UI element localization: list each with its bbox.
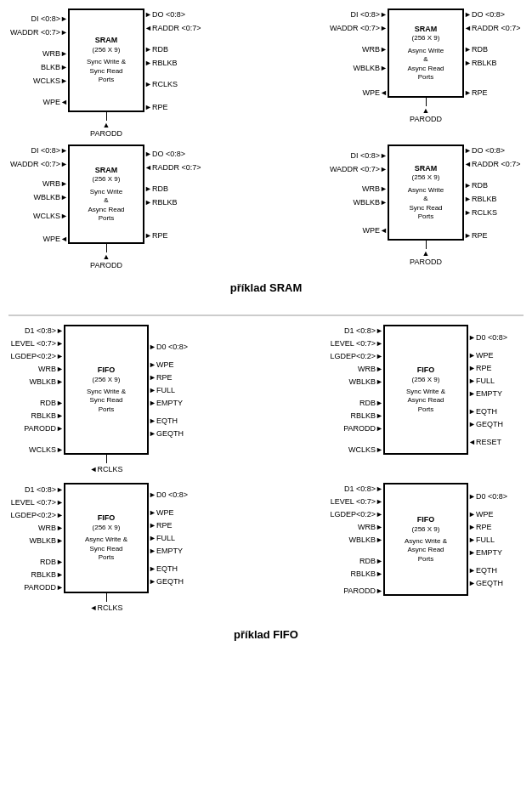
pin-waddr-bl: WADDR <0:7>► bbox=[8, 158, 68, 169]
sram-tr-outputs: ►DO <0:8> ◄RADDR <0:7> ►RDB ►RBLKB ►RPE bbox=[464, 8, 524, 98]
fifo-tl-inputs: D1 <0:8>► LEVEL <0:7>► LGDEP<0:2>► WRB► … bbox=[8, 325, 64, 455]
fifo-br-outputs: ►D0 <0:8> ►WPE ►RPE ►FULL ►EMPTY ►EQTH ►… bbox=[468, 483, 524, 596]
fifo-bl-size: (256 X 9) bbox=[93, 524, 121, 532]
fifo-tr-outputs: ►D0 <0:8> ►WPE ►RPE ►FULL ►EMPTY ►EQTH ►… bbox=[468, 325, 524, 455]
fifo-tl-ports: Sync Write &Sync ReadPorts bbox=[87, 388, 126, 414]
sram-tl-box: SRAM (256 X 9) Sync Write &Sync ReadPort… bbox=[68, 8, 144, 112]
pin-parodd-fbr: PARODD► bbox=[328, 585, 383, 596]
pin-waddr-br: WADDR <0:7>► bbox=[328, 163, 388, 174]
fifo-title-row: příklad FIFO bbox=[8, 621, 524, 649]
fifo-tr-block: D1 <0:8>► LEVEL <0:7>► LGDEP<0:2>► WRB► … bbox=[328, 325, 524, 455]
pin-lgdep-fbr: LGDEP<0:2>► bbox=[328, 508, 383, 519]
pin-wblkb-ftr: WBLKB► bbox=[328, 376, 383, 387]
pin-di-br: DI <0:8>► bbox=[328, 150, 388, 161]
pin-eqth-fbl: ►EQTH bbox=[149, 564, 204, 575]
fifo-section-title: příklad FIFO bbox=[234, 628, 298, 641]
fifo-tl-box: FIFO (256 X 9) Sync Write &Sync ReadPort… bbox=[64, 325, 149, 455]
fifo-bottom-row: D1 <0:8>► LEVEL <0:7>► LGDEP<0:2>► WRB► … bbox=[8, 483, 524, 613]
sram-br-inputs: DI <0:8>► WADDR <0:7>► WRB► WBLKB► WPE◄ bbox=[328, 144, 388, 241]
pin-wclks: WCLKS► bbox=[8, 76, 68, 87]
pin-do-tr: ►DO <0:8> bbox=[464, 8, 524, 20]
sram-bl-title: SRAM bbox=[95, 166, 118, 176]
pin-eqth-fbr: ►EQTH bbox=[468, 564, 524, 575]
pin-rdb-fbl: RDB► bbox=[8, 556, 64, 567]
sram-br-ports: Async Write&Sync ReadPorts bbox=[408, 186, 444, 222]
pin-wrb-fbl: WRB► bbox=[8, 522, 64, 533]
pin-level-fbl: LEVEL <0:7>► bbox=[8, 496, 64, 507]
pin-wpe-br: WPE◄ bbox=[328, 224, 388, 235]
pin-d1-ftr: D1 <0:8>► bbox=[328, 325, 383, 336]
fifo-tl-outputs: ►D0 <0:8> ►WPE ►RPE ►FULL ►EMPTY ►EQTH ►… bbox=[149, 325, 204, 455]
fifo-bl-inputs: D1 <0:8>► LEVEL <0:7>► LGDEP<0:2>► WRB► … bbox=[8, 483, 64, 593]
pin-di-tr: DI <0:8>► bbox=[328, 8, 388, 20]
pin-wpe: WPE◄ bbox=[8, 97, 68, 108]
sram-tl-title: SRAM bbox=[95, 36, 118, 46]
sram-tr-inputs: DI <0:8>► WADDR <0:7>► WRB► WBLKB► WPE◄ bbox=[328, 8, 388, 98]
fifo-tl-size: (256 X 9) bbox=[93, 376, 121, 384]
fifo-br-inputs: D1 <0:8>► LEVEL <0:7>► LGDEP<0:2>► WRB► … bbox=[328, 483, 383, 596]
pin-rblkb-tr: ►RBLKB bbox=[464, 57, 524, 68]
pin-rblkb-bl: ►RBLKB bbox=[144, 196, 204, 207]
pin-raddr: ◄RADDR <0:7> bbox=[144, 22, 204, 33]
sram-br-outputs: ►DO <0:8> ◄RADDR <0:7> ►RDB ►RBLKB ►RCLK… bbox=[464, 144, 524, 241]
pin-raddr-tr: ◄RADDR <0:7> bbox=[464, 22, 524, 33]
pin-full-fbl: ►FULL bbox=[149, 533, 204, 544]
sram-br-block: DI <0:8>► WADDR <0:7>► WRB► WBLKB► WPE◄ … bbox=[328, 144, 524, 269]
sram-tl-parodd: PARODD bbox=[90, 112, 122, 138]
sram-br-size: (256 X 9) bbox=[412, 173, 440, 182]
sram-bl-size: (256 X 9) bbox=[93, 175, 121, 184]
pin-wrb: WRB► bbox=[8, 48, 68, 60]
pin-wrb-ftr: WRB► bbox=[328, 363, 383, 374]
pin-rclks-br: ►RCLKS bbox=[464, 207, 524, 218]
fifo-tl-block: D1 <0:8>► LEVEL <0:7>► LGDEP<0:2>► WRB► … bbox=[8, 325, 204, 474]
sram-tl-ports: Sync Write &Sync ReadPorts bbox=[87, 58, 126, 84]
fifo-br-size: (256 X 9) bbox=[412, 525, 440, 534]
fifo-tl-rclks-bottom: ◄ RCLKS bbox=[90, 455, 123, 474]
pin-parodd-ftl: PARODD► bbox=[8, 422, 64, 434]
pin-eqth-ftr: ►EQTH bbox=[468, 406, 524, 417]
pin-parodd-fbl: PARODD► bbox=[8, 581, 64, 592]
sram-tr-block: DI <0:8>► WADDR <0:7>► WRB► WBLKB► WPE◄ … bbox=[328, 8, 524, 138]
sram-tr-parodd: PARODD bbox=[410, 98, 442, 123]
pin-rpe-br: ►RPE bbox=[464, 230, 524, 241]
pin-rpe: ►RPE bbox=[144, 101, 204, 112]
pin-wblkb-tr: WBLKB► bbox=[328, 62, 388, 73]
pin-rblkb-fbl: RBLKB► bbox=[8, 569, 64, 580]
pin-wpe-tr: WPE◄ bbox=[328, 87, 388, 98]
pin-empty-ftl: ►EMPTY bbox=[149, 397, 204, 408]
pin-waddr: WADDR <0:7>► bbox=[8, 27, 68, 38]
pin-rpe-tr: ►RPE bbox=[464, 87, 524, 98]
parodd-label-br: PARODD bbox=[410, 258, 442, 266]
fifo-br-block: D1 <0:8>► LEVEL <0:7>► LGDEP<0:2>► WRB► … bbox=[328, 483, 524, 596]
sram-bl-parodd: PARODD bbox=[90, 244, 122, 269]
pin-wblkb-fbl: WBLKB► bbox=[8, 535, 64, 546]
sram-tl-size: (256 X 9) bbox=[93, 46, 121, 54]
pin-parodd-ftr: PARODD► bbox=[328, 422, 383, 434]
sram-bottom-row: DI <0:8>► WADDR <0:7>► WRB► WBLKB► WCLKS… bbox=[8, 144, 524, 269]
pin-rblkb: ►RBLKB bbox=[144, 57, 204, 68]
fifo-bl-title: FIFO bbox=[98, 513, 116, 524]
pin-empty-fbl: ►EMPTY bbox=[149, 546, 204, 557]
fifo-top-row: D1 <0:8>► LEVEL <0:7>► LGDEP<0:2>► WRB► … bbox=[8, 325, 524, 474]
pin-do-br: ►DO <0:8> bbox=[464, 144, 524, 156]
pin-raddr-bl: ◄RADDR <0:7> bbox=[144, 162, 204, 173]
pin-empty-fbr: ►EMPTY bbox=[468, 547, 524, 558]
pin-rdb-ftr: RDB► bbox=[328, 397, 383, 408]
pin-rdb-bl: ►RDB bbox=[144, 183, 204, 194]
pin-full-ftl: ►FULL bbox=[149, 384, 204, 395]
pin-wrb-br: WRB► bbox=[328, 183, 388, 194]
pin-wclks-ftr: WCLKS► bbox=[328, 444, 383, 455]
fifo-br-title: FIFO bbox=[417, 515, 435, 525]
sram-section-title: příklad SRAM bbox=[230, 281, 303, 294]
pin-rdb: ►RDB bbox=[144, 43, 204, 54]
fifo-tr-title: FIFO bbox=[417, 366, 435, 376]
pin-rblkb-ftr: RBLKB► bbox=[328, 410, 383, 421]
sram-bl-inputs: DI <0:8>► WADDR <0:7>► WRB► WBLKB► WCLKS… bbox=[8, 144, 68, 244]
fifo-br-ports: Async Write &Async ReadPorts bbox=[405, 537, 447, 564]
pin-wrb-tr: WRB► bbox=[328, 43, 388, 54]
pin-wclks-ftl: WCLKS► bbox=[8, 444, 64, 455]
pin-do-bl: ►DO <0:8> bbox=[144, 148, 204, 159]
pin-rdb-ftl: RDB► bbox=[8, 397, 64, 408]
pin-wclks-bl: WCLKS► bbox=[8, 210, 68, 221]
fifo-bl-rclks-bottom: ◄ RCLKS bbox=[90, 593, 123, 613]
